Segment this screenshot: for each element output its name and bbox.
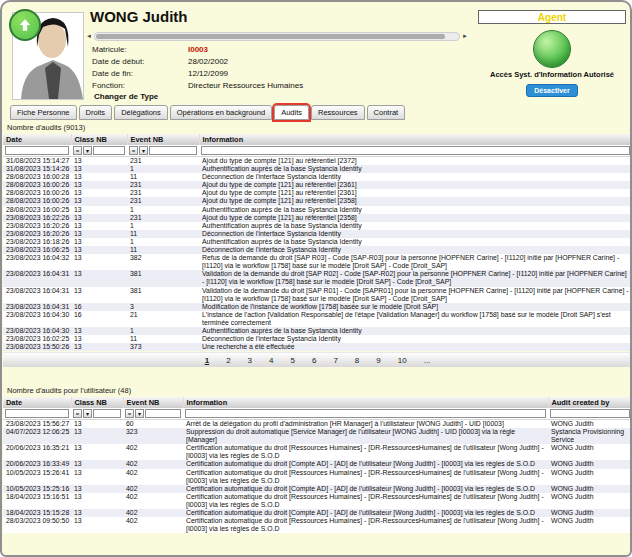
user-audit-row[interactable]: 18/04/2023 15:15:2813402Certification au… <box>3 509 632 517</box>
cell-class-nb: 13 <box>71 222 127 230</box>
page-number[interactable]: 9 <box>376 356 380 365</box>
filter-operator-select[interactable]: = <box>125 409 134 418</box>
scrollbar-thumb[interactable] <box>96 34 446 39</box>
audit-row[interactable]: 23/08/2023 16:04:30131Authentification a… <box>3 327 632 335</box>
filter-input[interactable] <box>550 409 630 418</box>
page-number[interactable]: ... <box>424 356 431 365</box>
user-audit-row[interactable]: 04/07/2023 12:06:2513323Suppression du d… <box>3 428 632 444</box>
filter-input[interactable] <box>5 409 69 418</box>
tab-op-rations-en-background[interactable]: Opérations en background <box>170 105 272 120</box>
tab-droits[interactable]: Droits <box>79 105 113 120</box>
user-audits-table: DateClass NBEvent NBInformationAudit cre… <box>3 397 632 533</box>
audit-row[interactable]: 28/08/2023 16:00:25131Authentification a… <box>3 206 632 214</box>
audit-row[interactable]: 31/08/2023 15:14:26131Authentification a… <box>3 165 632 173</box>
cell-audit-created-by: Systancia Provisionning Service <box>548 428 632 444</box>
audit-row[interactable]: 23/08/2023 16:04:3113381Validation de la… <box>3 270 632 286</box>
cell-event-nb: 381 <box>127 287 199 303</box>
cell-event-nb: 231 <box>127 157 199 166</box>
audit-row[interactable]: 28/08/2023 16:00:2613231Ajout du type de… <box>3 189 632 197</box>
column-header: Information <box>183 397 548 408</box>
audit-row[interactable]: 28/08/2023 16:00:2613231Ajout du type de… <box>3 197 632 205</box>
filter-input[interactable] <box>93 146 125 155</box>
cell-information: Authentification auprès de la base Systa… <box>199 206 632 214</box>
cell-class-nb: 13 <box>71 214 127 222</box>
cell-class-nb: 13 <box>71 509 123 517</box>
audit-row[interactable]: 23/08/2023 16:02:251311Déconnection de l… <box>3 335 632 343</box>
audit-row[interactable]: 23/08/2023 16:20:26131Authentification a… <box>3 222 632 230</box>
deactivate-button[interactable]: Désactiver <box>526 84 577 97</box>
page-number[interactable]: 10 <box>398 356 407 365</box>
user-audit-row[interactable]: 20/06/2023 16:33:4913402Certification au… <box>3 460 632 468</box>
header-scrollbar[interactable]: ◄ ► <box>86 31 468 41</box>
filter-operator-select[interactable]: = <box>73 146 82 155</box>
cell-audit-created-by: WONG Judith <box>548 420 632 429</box>
tab-ressources[interactable]: Ressources <box>311 105 365 120</box>
filter-input[interactable] <box>93 409 121 418</box>
cell-event-nb: 373 <box>127 343 199 351</box>
page-number[interactable]: 8 <box>355 356 359 365</box>
audit-row[interactable]: 23/08/2023 16:22:2613231Ajout du type de… <box>3 214 632 222</box>
avatar <box>12 12 84 100</box>
change-type-link[interactable]: Changer de Type <box>94 92 158 101</box>
cell-date: 31/08/2023 15:14:26 <box>3 165 71 173</box>
audit-row[interactable]: 28/08/2023 16:00:281311Déconnection de l… <box>3 173 632 181</box>
cell-class-nb: 13 <box>71 254 127 270</box>
filter-input[interactable] <box>5 146 69 155</box>
status-up-badge <box>9 9 41 41</box>
tab-d-l-gations[interactable]: Délégations <box>114 105 168 120</box>
user-audit-row[interactable]: 20/06/2023 16:35:2113402Certification au… <box>3 444 632 460</box>
filter-dropdown-arrow-icon[interactable]: ▾ <box>139 146 148 155</box>
filter-dropdown-arrow-icon[interactable]: ▾ <box>83 146 92 155</box>
user-audit-row[interactable]: 18/04/2023 15:16:5113402Certification au… <box>3 493 632 509</box>
cell-event-nb: 1 <box>127 206 199 214</box>
cell-information: Certification automatique du droit [Comp… <box>183 460 548 468</box>
cell-information: Certification automatique du droit [Ress… <box>183 444 548 460</box>
cell-class-nb: 13 <box>71 469 123 485</box>
tab-fiche-personne[interactable]: Fiche Personne <box>10 105 77 120</box>
filter-dropdown-arrow-icon[interactable]: ▾ <box>135 409 144 418</box>
page-number[interactable]: 5 <box>290 356 294 365</box>
cell-class-nb: 13 <box>71 343 127 351</box>
filter-input[interactable] <box>149 146 197 155</box>
audit-row[interactable]: 23/08/2023 16:04:3213382Refus de la dema… <box>3 254 632 270</box>
audit-row[interactable]: 23/08/2023 16:04:31163Modification de l'… <box>3 303 632 311</box>
page-number[interactable]: 7 <box>333 356 337 365</box>
filter-input[interactable] <box>185 409 546 418</box>
user-audit-row[interactable]: 10/05/2023 15:26:4113402Certification au… <box>3 469 632 485</box>
user-audit-row[interactable]: 23/08/2023 15:56:271360Arrêt de la délég… <box>3 420 632 429</box>
page-number[interactable]: 1 <box>205 356 209 365</box>
filter-input[interactable] <box>201 146 630 155</box>
page-number[interactable]: 3 <box>248 356 252 365</box>
audit-row[interactable]: 23/08/2023 16:04:3113381Validation de la… <box>3 287 632 303</box>
audit-row[interactable]: 23/08/2023 16:04:301621L'instance de l'a… <box>3 311 632 327</box>
audit-row[interactable]: 23/08/2023 16:18:26131Authentification a… <box>3 238 632 246</box>
column-header: Date <box>3 134 71 145</box>
tab-audits[interactable]: Audits <box>274 105 309 120</box>
filter-input[interactable] <box>145 409 181 418</box>
cell-information: Validation de la demande du droit [SAP R… <box>199 287 632 303</box>
audit-row[interactable]: 23/08/2023 15:50:2613373Une recherche a … <box>3 343 632 351</box>
filter-operator-select[interactable]: = <box>73 409 82 418</box>
user-audit-row[interactable]: 10/05/2023 15:25:1613402Certification au… <box>3 485 632 493</box>
scrollbar-track[interactable] <box>94 32 460 41</box>
cell-class-nb: 13 <box>71 238 127 246</box>
audit-row[interactable]: 31/08/2023 15:14:2713231Ajout du type de… <box>3 157 632 166</box>
scroll-left-icon[interactable]: ◄ <box>86 33 92 39</box>
audit-row[interactable]: 23/08/2023 16:20:261311Déconnection de l… <box>3 230 632 238</box>
audit-row[interactable]: 23/08/2023 16:06:251311Déconnection de l… <box>3 246 632 254</box>
scroll-right-icon[interactable]: ► <box>462 33 468 39</box>
page-number[interactable]: 2 <box>226 356 230 365</box>
field-value: 28/02/2002 <box>188 56 228 68</box>
cell-class-nb: 13 <box>71 181 127 189</box>
tab-contrat[interactable]: Contrat <box>367 105 406 120</box>
page-number[interactable]: 6 <box>312 356 316 365</box>
cell-class-nb: 13 <box>71 444 123 460</box>
filter-operator-select[interactable]: = <box>129 146 138 155</box>
filter-dropdown-arrow-icon[interactable]: ▾ <box>83 409 92 418</box>
cell-event-nb: 402 <box>123 460 183 468</box>
user-audit-row[interactable]: 28/03/2023 09:50:5013402Certification au… <box>3 517 632 533</box>
cell-date: 23/08/2023 16:04:30 <box>3 311 71 327</box>
page-number[interactable]: 4 <box>269 356 273 365</box>
cell-date: 23/08/2023 16:18:26 <box>3 238 71 246</box>
audit-row[interactable]: 28/08/2023 16:00:2613231Ajout du type de… <box>3 181 632 189</box>
